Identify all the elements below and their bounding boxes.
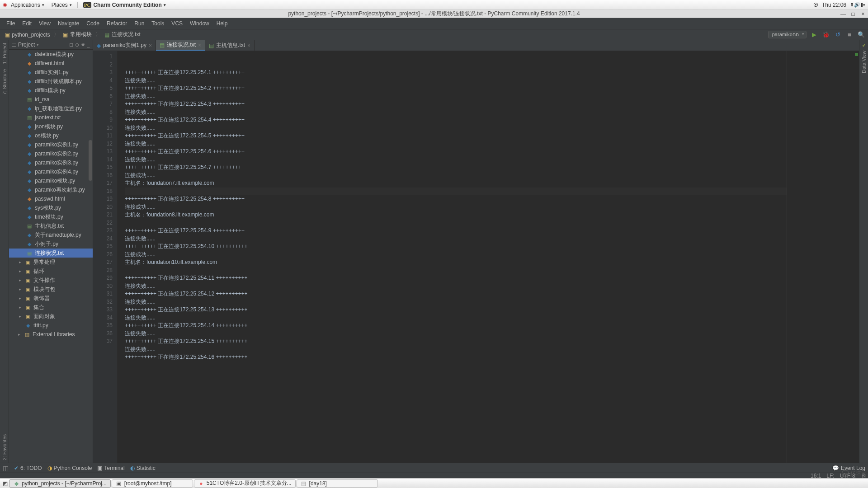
close-tab-icon[interactable]: × [149,42,152,49]
tree-file[interactable]: ▤id_rsa [9,95,93,104]
tree-file[interactable]: ◆paramiko实例3.py [9,158,93,167]
show-desktop-icon[interactable]: ◩ [2,480,8,487]
rerun-button[interactable]: ↺ [834,31,842,38]
expand-icon[interactable]: ▸ [19,305,23,310]
accessibility-icon[interactable]: ⦿ [813,2,818,8]
scrollbar-thumb[interactable] [89,140,92,181]
tree-file[interactable]: ◆passwd.html [9,194,93,203]
close-tab-icon[interactable]: × [198,42,201,48]
inspection-ok-icon[interactable] [855,53,858,56]
editor-tab[interactable]: ▤连接状况.txt× [156,40,205,51]
hide-icon[interactable]: ⎯ [87,42,90,47]
maximize-button[interactable]: □ [848,11,858,17]
taskbar-item[interactable]: ▤[day18] [297,479,378,488]
tree-file[interactable]: ◆difflib实例1.py [9,68,93,77]
tree-folder[interactable]: ▸▣面向对象 [9,312,93,321]
tree-file[interactable]: ◆datetime模块.py [9,50,93,59]
volume-icon[interactable]: 🔊 [854,2,860,8]
tool-data-view[interactable]: Data View [860,48,868,76]
wifi-icon[interactable]: ⬆ [850,2,854,8]
expand-icon[interactable]: ▸ [18,332,22,337]
tree-file[interactable]: ◆小例子.py [9,239,93,249]
tree-file[interactable]: ◆os模块.py [9,131,93,140]
system-menu-icon[interactable]: ▾ [863,3,865,7]
tree-folder[interactable]: ▸▣装饰器 [9,294,93,303]
expand-icon[interactable]: ▸ [19,314,23,319]
statistic-tool[interactable]: ◐Statistic [130,465,156,471]
close-tab-icon[interactable]: × [247,42,250,49]
tree-file[interactable]: ◆difflib模块.py [9,86,93,95]
tree-folder[interactable]: ▸▣集合 [9,303,93,312]
debug-button[interactable]: 🐞 [822,31,830,38]
tree-folder[interactable]: ▸▣循环 [9,267,93,276]
search-everywhere-button[interactable]: 🔍 [857,31,865,38]
expand-icon[interactable]: ▸ [19,287,23,291]
editor-tab[interactable]: ▤主机信息.txt× [205,40,255,51]
breadcrumb-folder[interactable]: ▣常用模块 [61,30,94,39]
minimize-button[interactable]: — [838,11,848,17]
menu-file[interactable]: File [3,19,19,28]
window-title-bar[interactable]: python_projects - [~/PycharmProjects/pyt… [0,10,868,18]
clock[interactable]: Thu 22:06 [818,2,850,8]
close-button[interactable]: × [858,11,868,17]
menu-tools[interactable]: Tools [148,19,168,28]
tree-file[interactable]: ◆paramiko实例4.py [9,167,93,176]
expand-icon[interactable]: ▸ [19,269,23,273]
taskbar-item[interactable]: ▣[root@myhost:/tmp] [112,479,193,488]
tree-file[interactable]: ◆paramiko实例2.py [9,149,93,158]
python-console-tool[interactable]: ◑Python Console [47,465,92,471]
terminal-tool[interactable]: ▣Terminal [97,465,124,471]
menu-refactor[interactable]: Refactor [103,19,131,28]
tree-file[interactable]: ◆json模块.py [9,122,93,131]
menu-view[interactable]: View [35,19,54,28]
tool-structure[interactable]: 7: Structure [0,66,9,98]
places-menu[interactable]: Places ▾ [48,2,75,8]
taskbar-item[interactable]: ●51CTO博客2.0-原创IT技术文章分... [194,479,296,488]
tree-file[interactable]: ◆paramko再次封装.py [9,185,93,194]
tree-folder[interactable]: ▸▣文件操作 [9,276,93,285]
tool-project[interactable]: 1: Project [0,40,9,66]
expand-icon[interactable]: ▸ [19,296,23,300]
editor[interactable]: ++++++++++ 正在连接172.25.254.1 ++++++++++连接… [118,51,787,463]
scroll-from-source-icon[interactable]: ⊙ [75,42,79,48]
menu-run[interactable]: Run [131,19,148,28]
gutter[interactable]: 1234567891011121314151617181920212223242… [93,51,118,463]
taskbar-item[interactable]: ◆python_projects - [~/PycharmProj... [9,479,111,488]
tree-file[interactable]: ◆sys模块.py [9,203,93,212]
tree-file[interactable]: ◆paramiko模块.py [9,176,93,185]
tree-file[interactable]: ◆time模块.py [9,212,93,221]
external-libraries[interactable]: ▸▥External Libraries [9,330,93,339]
menu-edit[interactable]: Edit [19,19,35,28]
expand-icon[interactable]: ▸ [19,278,23,282]
editor-tab[interactable]: ◆paramiko实例1.py× [93,40,156,51]
tree-file[interactable]: ◆关于namedtuple.py [9,230,93,239]
tree-file[interactable]: ▤主机信息.txt [9,221,93,230]
tree-file[interactable]: ◆paramiko实例1.py [9,140,93,149]
tool-favorites[interactable]: 2: Favorites [0,432,9,463]
project-view-icon[interactable]: ☰ [12,42,16,48]
tree-file[interactable]: ▤jsontext.txt [9,113,93,122]
breadcrumb-root[interactable]: ▣python_projects [3,31,52,39]
caret-position[interactable]: 16:1 [811,473,821,479]
stop-button[interactable]: ■ [845,31,854,38]
menu-window[interactable]: Window [186,19,213,28]
line-separator[interactable]: LF: [826,473,834,479]
tree-file[interactable]: ▤连接状况.txt [9,249,93,258]
menu-vcs[interactable]: VCS [168,19,186,28]
tree-file[interactable]: ◆ttttt.py [9,321,93,330]
tree-folder[interactable]: ▸▣模块与包 [9,285,93,294]
collapse-all-icon[interactable]: ⊟ [69,42,73,48]
gear-icon[interactable]: ✸ [81,42,85,48]
breadcrumb-file[interactable]: ▤连接状况.txt [103,30,142,39]
tool-window-button[interactable]: ◫ [3,465,9,472]
run-button[interactable]: ▶ [810,31,818,38]
tree-folder[interactable]: ▸▣异常处理 [9,258,93,267]
todo-tool[interactable]: ✔6: TODO [14,465,42,471]
menu-code[interactable]: Code [83,19,103,28]
menu-help[interactable]: Help [213,19,231,28]
run-configuration-select[interactable]: paramikoםם [768,31,807,38]
tree-file[interactable]: ◆ip_获取地理位置.py [9,104,93,113]
tree-file[interactable]: ◆difflib封装成脚本.py [9,77,93,86]
app-menu[interactable]: PC Charm Community Edition ▾ [80,2,170,8]
applications-menu[interactable]: Applications ▾ [7,2,48,8]
